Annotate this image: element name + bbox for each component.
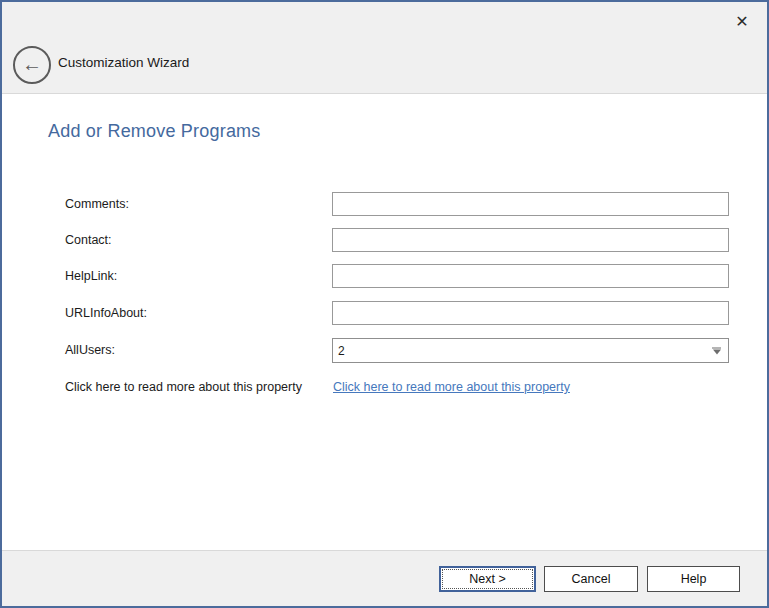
chevron-down-icon bbox=[712, 347, 721, 354]
back-arrow-icon: ← bbox=[22, 54, 42, 74]
field-label-contact: Contact: bbox=[65, 233, 112, 247]
help-button-label: Help bbox=[681, 572, 707, 586]
comments-input[interactable] bbox=[332, 192, 729, 216]
next-button[interactable]: Next > bbox=[439, 566, 536, 592]
window-title: Customization Wizard bbox=[58, 55, 189, 70]
urlinfoabout-input[interactable] bbox=[332, 301, 729, 325]
allusers-combobox-value: 2 bbox=[338, 344, 345, 358]
helplink-input[interactable] bbox=[332, 264, 729, 288]
back-button[interactable]: ← bbox=[13, 46, 51, 84]
next-button-label: Next > bbox=[469, 572, 505, 586]
help-button[interactable]: Help bbox=[647, 566, 740, 592]
page-title: Add or Remove Programs bbox=[48, 121, 260, 142]
contact-input[interactable] bbox=[332, 228, 729, 252]
cancel-button[interactable]: Cancel bbox=[544, 566, 638, 592]
dialog-footer: Next > Cancel Help bbox=[2, 550, 767, 606]
cancel-button-label: Cancel bbox=[572, 572, 611, 586]
close-button[interactable]: ✕ bbox=[729, 8, 755, 34]
field-label-helplink: HelpLink: bbox=[65, 269, 117, 283]
field-label-allusers: AllUsers: bbox=[65, 343, 115, 357]
read-more-link[interactable]: Click here to read more about this prope… bbox=[333, 380, 570, 394]
link-row-label: Click here to read more about this prope… bbox=[65, 380, 302, 394]
field-label-comments: Comments: bbox=[65, 197, 129, 211]
field-label-urlinfoabout: URLInfoAbout: bbox=[65, 306, 147, 320]
dialog-header: ✕ ← Customization Wizard bbox=[2, 2, 767, 94]
allusers-combobox[interactable]: 2 bbox=[332, 338, 729, 363]
close-icon: ✕ bbox=[735, 12, 748, 31]
customization-wizard-dialog: ✕ ← Customization Wizard Add or Remove P… bbox=[0, 0, 769, 608]
